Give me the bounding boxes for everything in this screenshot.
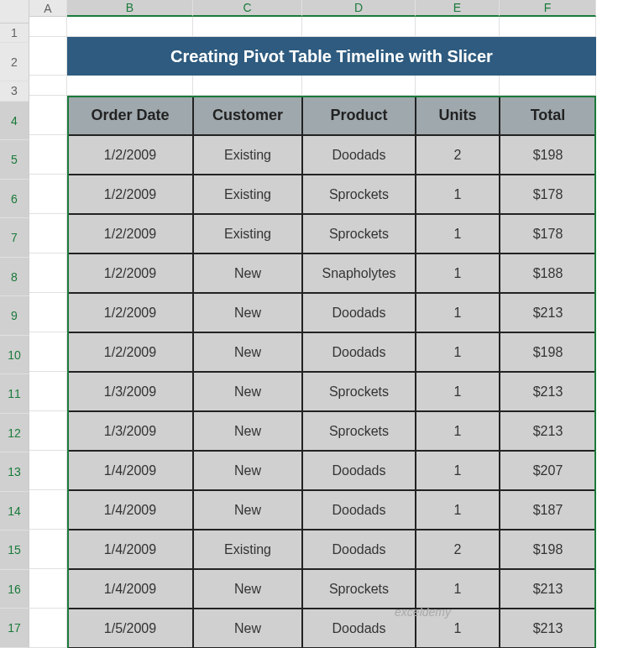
- cell-gutter[interactable]: [29, 372, 67, 411]
- cell-units[interactable]: 1: [416, 293, 500, 332]
- header-total[interactable]: Total: [500, 96, 596, 135]
- cell-gutter[interactable]: [29, 530, 67, 569]
- cell-customer[interactable]: Existing: [193, 135, 302, 175]
- row-header-1[interactable]: 1: [0, 24, 29, 44]
- col-header-A[interactable]: A: [29, 0, 67, 17]
- cell-product[interactable]: Sprockets: [302, 372, 416, 411]
- cell-A1[interactable]: [29, 17, 67, 37]
- cell-units[interactable]: 1: [416, 451, 500, 490]
- cell-gutter[interactable]: [29, 253, 67, 293]
- header-product[interactable]: Product: [302, 96, 416, 135]
- cell-total[interactable]: $188: [500, 253, 596, 293]
- cell-product[interactable]: Sprockets: [302, 569, 416, 609]
- cell-total[interactable]: $198: [500, 530, 596, 569]
- row-header-14[interactable]: 14: [0, 492, 29, 531]
- row-header-6[interactable]: 6: [0, 180, 29, 219]
- cell-total[interactable]: $198: [500, 332, 596, 372]
- cell-gutter[interactable]: [29, 332, 67, 372]
- cell-total[interactable]: $207: [500, 451, 596, 490]
- cell-order-date[interactable]: 1/4/2009: [67, 451, 193, 490]
- row-header-8[interactable]: 8: [0, 258, 29, 297]
- cell-units[interactable]: 1: [416, 569, 500, 609]
- cell-units[interactable]: 1: [416, 411, 500, 451]
- col-header-F[interactable]: F: [500, 0, 596, 17]
- cell-customer[interactable]: New: [193, 332, 302, 372]
- cell-product[interactable]: Doodads: [302, 293, 416, 332]
- cell-F1[interactable]: [500, 17, 596, 37]
- row-header-2[interactable]: 2: [0, 43, 29, 81]
- header-order-date[interactable]: Order Date: [67, 96, 193, 135]
- cell-order-date[interactable]: 1/2/2009: [67, 135, 193, 175]
- cell-order-date[interactable]: 1/5/2009: [67, 609, 193, 648]
- cell-order-date[interactable]: 1/4/2009: [67, 530, 193, 569]
- cell-customer[interactable]: New: [193, 569, 302, 609]
- cell-D3[interactable]: [302, 76, 416, 96]
- cell-order-date[interactable]: 1/4/2009: [67, 569, 193, 609]
- cell-E3[interactable]: [416, 76, 500, 96]
- row-header-11[interactable]: 11: [0, 374, 29, 414]
- title-banner[interactable]: Creating Pivot Table Timeline with Slice…: [67, 37, 596, 76]
- cell-total[interactable]: $187: [500, 490, 596, 530]
- col-header-D[interactable]: D: [302, 0, 416, 17]
- cell-gutter[interactable]: [29, 451, 67, 490]
- cell-customer[interactable]: Existing: [193, 175, 302, 214]
- row-header-5[interactable]: 5: [0, 140, 29, 180]
- cell-customer[interactable]: New: [193, 253, 302, 293]
- cell-total[interactable]: $178: [500, 214, 596, 253]
- cell-product[interactable]: Sprockets: [302, 175, 416, 214]
- cell-order-date[interactable]: 1/2/2009: [67, 253, 193, 293]
- cell-gutter[interactable]: [29, 135, 67, 175]
- cell-customer[interactable]: New: [193, 490, 302, 530]
- row-header-7[interactable]: 7: [0, 218, 29, 258]
- cell-total[interactable]: $213: [500, 569, 596, 609]
- cell-gutter[interactable]: [29, 490, 67, 530]
- cell-customer[interactable]: New: [193, 609, 302, 648]
- row-header-10[interactable]: 10: [0, 336, 29, 375]
- row-header-4[interactable]: 4: [0, 102, 29, 141]
- cell-order-date[interactable]: 1/4/2009: [67, 490, 193, 530]
- col-header-B[interactable]: B: [67, 0, 193, 17]
- cell-order-date[interactable]: 1/2/2009: [67, 332, 193, 372]
- cell-units[interactable]: 1: [416, 372, 500, 411]
- cell-gutter[interactable]: [29, 293, 67, 332]
- cell-total[interactable]: $213: [500, 411, 596, 451]
- cell-A2[interactable]: [29, 37, 67, 76]
- cell-B3[interactable]: [67, 76, 193, 96]
- cell-C3[interactable]: [193, 76, 302, 96]
- cell-A3[interactable]: [29, 76, 67, 96]
- header-units[interactable]: Units: [416, 96, 500, 135]
- cell-order-date[interactable]: 1/3/2009: [67, 411, 193, 451]
- cell-total[interactable]: $213: [500, 372, 596, 411]
- cell-A4[interactable]: [29, 96, 67, 135]
- row-header-13[interactable]: 13: [0, 452, 29, 492]
- cell-product[interactable]: Doodads: [302, 135, 416, 175]
- cell-product[interactable]: Doodads: [302, 490, 416, 530]
- cell-total[interactable]: $213: [500, 609, 596, 648]
- cell-E1[interactable]: [416, 17, 500, 37]
- cell-product[interactable]: Doodads: [302, 332, 416, 372]
- cell-gutter[interactable]: [29, 214, 67, 253]
- cell-order-date[interactable]: 1/2/2009: [67, 175, 193, 214]
- cell-order-date[interactable]: 1/3/2009: [67, 372, 193, 411]
- row-header-3[interactable]: 3: [0, 81, 29, 102]
- cell-total[interactable]: $213: [500, 293, 596, 332]
- cell-gutter[interactable]: [29, 569, 67, 609]
- row-header-9[interactable]: 9: [0, 296, 29, 336]
- cell-F3[interactable]: [500, 76, 596, 96]
- cell-customer[interactable]: New: [193, 451, 302, 490]
- cell-units[interactable]: 1: [416, 214, 500, 253]
- cell-D1[interactable]: [302, 17, 416, 37]
- cell-order-date[interactable]: 1/2/2009: [67, 214, 193, 253]
- cell-C1[interactable]: [193, 17, 302, 37]
- cell-units[interactable]: 1: [416, 490, 500, 530]
- col-header-C[interactable]: C: [193, 0, 302, 17]
- cell-units[interactable]: 1: [416, 253, 500, 293]
- cell-B1[interactable]: [67, 17, 193, 37]
- cell-product[interactable]: Sprockets: [302, 411, 416, 451]
- cell-gutter[interactable]: [29, 175, 67, 214]
- cell-total[interactable]: $178: [500, 175, 596, 214]
- col-header-E[interactable]: E: [416, 0, 500, 17]
- row-header-16[interactable]: 16: [0, 570, 29, 609]
- row-header-15[interactable]: 15: [0, 530, 29, 570]
- cell-gutter[interactable]: [29, 411, 67, 451]
